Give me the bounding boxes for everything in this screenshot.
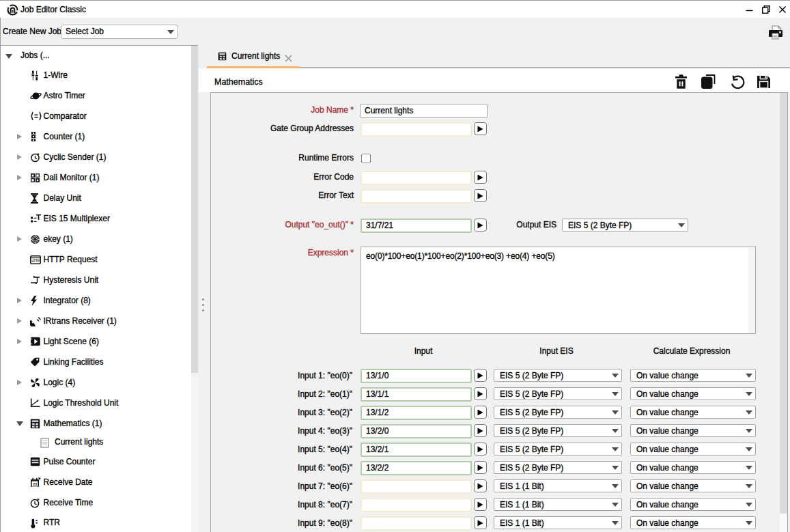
svg-text:HTTP: HTTP bbox=[31, 260, 40, 263]
svg-text:23: 23 bbox=[33, 482, 37, 486]
